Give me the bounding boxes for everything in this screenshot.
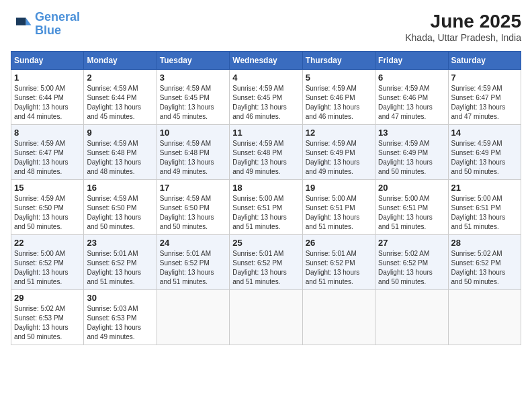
- calendar-cell-20: 20Sunrise: 5:00 AMSunset: 6:51 PMDayligh…: [375, 180, 448, 235]
- header-day-saturday: Saturday: [448, 52, 521, 70]
- calendar-week-0: 1Sunrise: 5:00 AMSunset: 6:44 PMDaylight…: [11, 70, 521, 125]
- calendar-cell-26: 26Sunrise: 5:01 AMSunset: 6:52 PMDayligh…: [302, 235, 375, 290]
- calendar-cell-23: 23Sunrise: 5:01 AMSunset: 6:52 PMDayligh…: [84, 235, 157, 290]
- calendar-cell-1: 1Sunrise: 5:00 AMSunset: 6:44 PMDaylight…: [11, 70, 84, 125]
- calendar-cell-2: 2Sunrise: 4:59 AMSunset: 6:44 PMDaylight…: [84, 70, 157, 125]
- calendar-cell-6: 6Sunrise: 4:59 AMSunset: 6:46 PMDaylight…: [375, 70, 448, 125]
- title-block: June 2025 Khada, Uttar Pradesh, India: [405, 11, 521, 43]
- calendar-cell-29: 29Sunrise: 5:02 AMSunset: 6:53 PMDayligh…: [11, 290, 84, 345]
- page-header: General Blue June 2025 Khada, Uttar Prad…: [11, 11, 521, 43]
- month-year: June 2025: [405, 11, 521, 32]
- calendar-cell-13: 13Sunrise: 4:59 AMSunset: 6:49 PMDayligh…: [375, 125, 448, 180]
- logo-text: General Blue: [35, 11, 80, 38]
- calendar-cell-empty: [157, 290, 229, 345]
- calendar-cell-19: 19Sunrise: 5:00 AMSunset: 6:51 PMDayligh…: [302, 180, 375, 235]
- calendar-week-3: 22Sunrise: 5:00 AMSunset: 6:52 PMDayligh…: [11, 235, 521, 290]
- logo: General Blue: [11, 11, 80, 38]
- calendar-cell-27: 27Sunrise: 5:02 AMSunset: 6:52 PMDayligh…: [375, 235, 448, 290]
- calendar-cell-empty: [448, 290, 521, 345]
- header-day-monday: Monday: [84, 52, 157, 70]
- calendar-cell-15: 15Sunrise: 4:59 AMSunset: 6:50 PMDayligh…: [11, 180, 84, 235]
- calendar-cell-empty: [230, 290, 302, 345]
- header-day-thursday: Thursday: [302, 52, 375, 70]
- calendar-cell-24: 24Sunrise: 5:01 AMSunset: 6:52 PMDayligh…: [157, 235, 229, 290]
- calendar-cell-5: 5Sunrise: 4:59 AMSunset: 6:46 PMDaylight…: [302, 70, 375, 125]
- calendar-cell-9: 9Sunrise: 4:59 AMSunset: 6:48 PMDaylight…: [84, 125, 157, 180]
- calendar-week-2: 15Sunrise: 4:59 AMSunset: 6:50 PMDayligh…: [11, 180, 521, 235]
- location: Khada, Uttar Pradesh, India: [405, 32, 521, 43]
- calendar-cell-16: 16Sunrise: 4:59 AMSunset: 6:50 PMDayligh…: [84, 180, 157, 235]
- calendar-week-4: 29Sunrise: 5:02 AMSunset: 6:53 PMDayligh…: [11, 290, 521, 345]
- calendar-cell-11: 11Sunrise: 4:59 AMSunset: 6:48 PMDayligh…: [230, 125, 302, 180]
- header-day-tuesday: Tuesday: [157, 52, 229, 70]
- calendar-cell-12: 12Sunrise: 4:59 AMSunset: 6:49 PMDayligh…: [302, 125, 375, 180]
- header-day-friday: Friday: [375, 52, 448, 70]
- calendar-table: SundayMondayTuesdayWednesdayThursdayFrid…: [11, 51, 521, 345]
- calendar-cell-28: 28Sunrise: 5:02 AMSunset: 6:52 PMDayligh…: [448, 235, 521, 290]
- svg-rect-1: [16, 17, 26, 25]
- calendar-cell-8: 8Sunrise: 4:59 AMSunset: 6:47 PMDaylight…: [11, 125, 84, 180]
- svg-marker-0: [26, 17, 31, 25]
- calendar-cell-4: 4Sunrise: 4:59 AMSunset: 6:45 PMDaylight…: [230, 70, 302, 125]
- header-day-wednesday: Wednesday: [230, 52, 302, 70]
- calendar-header-row: SundayMondayTuesdayWednesdayThursdayFrid…: [11, 52, 521, 70]
- calendar-cell-10: 10Sunrise: 4:59 AMSunset: 6:48 PMDayligh…: [157, 125, 229, 180]
- logo-icon: [11, 13, 32, 35]
- calendar-cell-30: 30Sunrise: 5:03 AMSunset: 6:53 PMDayligh…: [84, 290, 157, 345]
- calendar-cell-3: 3Sunrise: 4:59 AMSunset: 6:45 PMDaylight…: [157, 70, 229, 125]
- calendar-cell-empty: [302, 290, 375, 345]
- calendar-cell-25: 25Sunrise: 5:01 AMSunset: 6:52 PMDayligh…: [230, 235, 302, 290]
- calendar-cell-7: 7Sunrise: 4:59 AMSunset: 6:47 PMDaylight…: [448, 70, 521, 125]
- header-day-sunday: Sunday: [11, 52, 84, 70]
- calendar-cell-14: 14Sunrise: 4:59 AMSunset: 6:49 PMDayligh…: [448, 125, 521, 180]
- calendar-cell-22: 22Sunrise: 5:00 AMSunset: 6:52 PMDayligh…: [11, 235, 84, 290]
- calendar-week-1: 8Sunrise: 4:59 AMSunset: 6:47 PMDaylight…: [11, 125, 521, 180]
- calendar-cell-18: 18Sunrise: 5:00 AMSunset: 6:51 PMDayligh…: [230, 180, 302, 235]
- calendar-cell-empty: [375, 290, 448, 345]
- calendar-cell-21: 21Sunrise: 5:00 AMSunset: 6:51 PMDayligh…: [448, 180, 521, 235]
- calendar-cell-17: 17Sunrise: 4:59 AMSunset: 6:50 PMDayligh…: [157, 180, 229, 235]
